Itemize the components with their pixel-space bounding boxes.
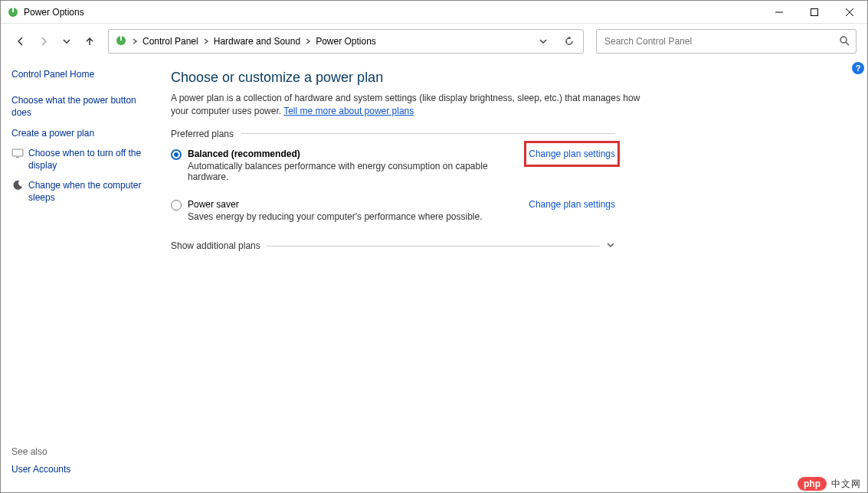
see-also-user-accounts[interactable]: User Accounts (11, 463, 151, 475)
address-bar[interactable]: Control Panel Hardware and Sound Power O… (108, 29, 584, 54)
chevron-right-icon[interactable] (132, 36, 138, 47)
plan-radio-power-saver[interactable] (171, 200, 182, 211)
breadcrumb-control-panel[interactable]: Control Panel (142, 36, 198, 47)
page-title: Choose or customize a power plan (171, 70, 852, 86)
nav-row: Control Panel Hardware and Sound Power O… (1, 24, 867, 59)
search-icon[interactable] (839, 35, 850, 48)
back-button[interactable] (11, 32, 30, 51)
address-icon (115, 34, 127, 49)
power-plan-row: Balanced (recommended) Automatically bal… (171, 149, 615, 182)
window-title: Power Options (24, 7, 84, 18)
svg-point-5 (840, 37, 847, 43)
plan-name[interactable]: Balanced (recommended) (188, 149, 529, 159)
sidebar-link-power-button[interactable]: Choose what the power button does (11, 94, 151, 119)
sidebar-link-create-plan[interactable]: Create a power plan (11, 127, 151, 139)
page-description: A power plan is a collection of hardware… (171, 92, 646, 118)
svg-rect-7 (16, 157, 19, 158)
svg-rect-4 (120, 36, 122, 41)
close-button[interactable] (832, 1, 867, 24)
chevron-down-icon (606, 240, 615, 252)
chevron-right-icon[interactable] (305, 36, 311, 47)
watermark: php 中文网 (798, 477, 861, 491)
sidebar-link-display-off[interactable]: Choose when to turn off the display (28, 147, 151, 171)
change-plan-settings-link[interactable]: Change plan settings (529, 149, 615, 159)
power-plan-row: Power saver Saves energy by reducing you… (171, 199, 615, 222)
sidebar: Control Panel Home Choose what the power… (1, 59, 162, 492)
plan-description: Automatically balances performance with … (188, 161, 529, 182)
recent-locations-button[interactable] (57, 32, 76, 51)
refresh-button[interactable] (558, 31, 580, 52)
plan-name[interactable]: Power saver (188, 199, 483, 210)
preferred-plans-label: Preferred plans (171, 129, 615, 139)
see-also-label: See also (11, 446, 151, 457)
plan-description: Saves energy by reducing your computer's… (188, 211, 483, 222)
desc-learn-more-link[interactable]: Tell me more about power plans (283, 106, 414, 116)
breadcrumb-power-options[interactable]: Power Options (316, 36, 376, 47)
sidebar-home[interactable]: Control Panel Home (11, 68, 151, 80)
plan-radio-balanced[interactable] (171, 149, 182, 160)
breadcrumb-hardware-and-sound[interactable]: Hardware and Sound (214, 36, 300, 47)
show-additional-plans[interactable]: Show additional plans (171, 240, 615, 252)
address-dropdown-button[interactable] (532, 31, 554, 52)
watermark-pill: php (798, 477, 827, 491)
svg-rect-6 (12, 149, 23, 156)
change-plan-settings-link[interactable]: Change plan settings (529, 199, 615, 210)
svg-rect-1 (12, 8, 14, 12)
moon-icon (11, 179, 24, 191)
display-icon (11, 147, 24, 159)
svg-rect-2 (811, 8, 818, 15)
search-box[interactable] (596, 29, 857, 54)
forward-button[interactable] (34, 32, 53, 51)
chevron-right-icon[interactable] (203, 36, 209, 47)
maximize-button[interactable] (797, 1, 832, 24)
search-input[interactable] (603, 35, 839, 47)
power-options-icon (7, 6, 19, 18)
minimize-button[interactable] (762, 1, 797, 24)
window-controls (762, 1, 867, 24)
titlebar: Power Options (1, 1, 867, 24)
watermark-text: 中文网 (831, 478, 861, 491)
help-icon[interactable]: ? (852, 62, 864, 74)
sidebar-link-sleep[interactable]: Change when the computer sleeps (28, 179, 151, 204)
up-button[interactable] (80, 32, 99, 51)
main-content: ? Choose or customize a power plan A pow… (162, 59, 867, 492)
